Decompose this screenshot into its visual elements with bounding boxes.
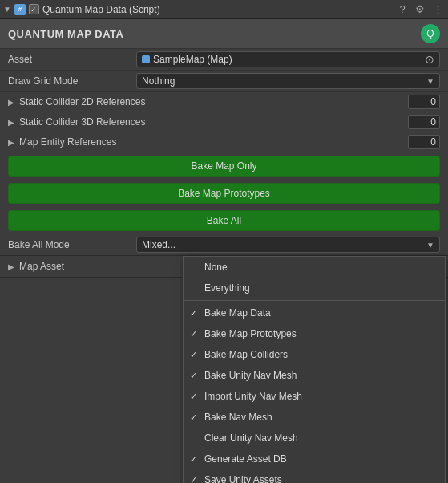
dropdown-item-everything[interactable]: Everything	[184, 278, 445, 298]
dropdown-item-clear-unity-nav-mesh[interactable]: Clear Unity Nav Mesh	[184, 428, 445, 448]
static-2d-value: 0	[408, 95, 440, 109]
draw-grid-label: Draw Grid Mode	[8, 75, 136, 87]
dropdown-item-save-unity-assets[interactable]: Save Unity Assets	[184, 469, 445, 483]
component-icon: Q	[421, 24, 440, 43]
dropdown-item-bake-nav-mesh[interactable]: Bake Nav Mesh	[184, 407, 445, 428]
draw-grid-arrow-icon: ▼	[426, 77, 434, 86]
dropdown-item-none[interactable]: None	[184, 257, 445, 278]
asset-row: Asset SampleMap (Map) ⊙	[0, 49, 448, 71]
bake-mode-arrow-icon: ▼	[426, 241, 434, 250]
draw-grid-row: Draw Grid Mode Nothing ▼	[0, 71, 448, 92]
dropdown-item-bake-map-colliders[interactable]: Bake Map Colliders	[184, 344, 445, 365]
entity-row: ▶ Map Entity References 0	[0, 132, 448, 152]
component-header-title: QUANTUM MAP DATA	[8, 28, 124, 40]
dropdown-item-bake-unity-nav-mesh[interactable]: Bake Unity Nav Mesh	[184, 365, 445, 386]
bake-all-mode-label: Bake All Mode	[8, 239, 136, 250]
bake-mode-dropdown-menu: NoneEverythingBake Map DataBake Map Prot…	[183, 256, 446, 483]
map-asset-arrow-icon[interactable]: ▶	[8, 262, 14, 271]
entity-arrow-icon[interactable]: ▶	[8, 138, 14, 147]
static-3d-label: Static Collider 3D References	[19, 116, 408, 128]
dropdown-separator	[184, 300, 445, 301]
static-2d-label: Static Collider 2D References	[19, 96, 408, 108]
asset-dot-icon	[142, 55, 150, 63]
bake-map-prototypes-button[interactable]: Bake Map Prototypes	[8, 183, 440, 204]
bake-all-mode-row: Bake All Mode Mixed... ▼	[0, 234, 448, 256]
dropdown-item-import-unity-nav-mesh[interactable]: Import Unity Nav Mesh	[184, 386, 445, 407]
bake-map-only-button[interactable]: Bake Map Only	[8, 156, 440, 177]
dropdown-item-bake-map-prototypes[interactable]: Bake Map Prototypes	[184, 323, 445, 344]
entity-label: Map Entity References	[19, 136, 408, 148]
dropdown-item-bake-map-data[interactable]: Bake Map Data	[184, 302, 445, 323]
asset-value-container: SampleMap (Map) ⊙	[136, 51, 440, 67]
top-bar-right: ? ⚙ ⋮	[395, 2, 445, 17]
entity-value: 0	[408, 135, 440, 149]
script-icon: #	[14, 4, 26, 15]
draw-grid-dropdown[interactable]: Nothing ▼	[136, 73, 440, 89]
asset-expand-icon[interactable]: ⊙	[425, 53, 434, 66]
static-3d-value: 0	[408, 115, 440, 129]
asset-value-text: SampleMap (Map)	[153, 54, 232, 65]
static-2d-arrow-icon[interactable]: ▶	[8, 98, 14, 107]
static-2d-row: ▶ Static Collider 2D References 0	[0, 92, 448, 112]
static-3d-row: ▶ Static Collider 3D References 0	[0, 112, 448, 132]
bake-all-mode-dropdown[interactable]: Mixed... ▼	[136, 237, 440, 253]
component-title: Quantum Map Data (Script)	[42, 4, 160, 15]
draw-grid-value-container: Nothing ▼	[136, 73, 440, 89]
bake-all-button[interactable]: Bake All	[8, 210, 440, 231]
top-bar-left: ▼ # ✓ Quantum Map Data (Script)	[3, 4, 392, 15]
asset-label: Asset	[8, 54, 136, 65]
settings-button[interactable]: ⚙	[413, 2, 427, 17]
component-header: QUANTUM MAP DATA Q	[0, 19, 448, 49]
help-button[interactable]: ?	[395, 2, 410, 17]
bake-all-mode-value: Mixed...	[142, 239, 176, 250]
draw-grid-value-text: Nothing	[142, 75, 175, 87]
enabled-checkbox[interactable]: ✓	[29, 4, 39, 14]
top-bar: ▼ # ✓ Quantum Map Data (Script) ? ⚙ ⋮	[0, 0, 448, 19]
content-area: QUANTUM MAP DATA Q Asset SampleMap (Map)…	[0, 19, 448, 278]
expand-arrow-icon[interactable]: ▼	[3, 5, 11, 14]
dropdown-item-generate-asset-db[interactable]: Generate Asset DB	[184, 448, 445, 469]
menu-button[interactable]: ⋮	[430, 2, 445, 17]
static-3d-arrow-icon[interactable]: ▶	[8, 118, 14, 127]
asset-field[interactable]: SampleMap (Map) ⊙	[136, 51, 440, 67]
